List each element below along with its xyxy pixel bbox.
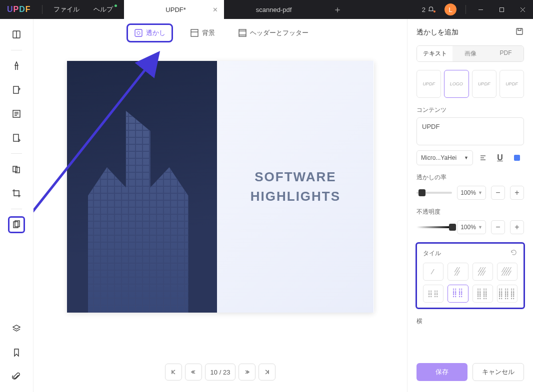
page-right-content: SOFTWARE HIGHLIGHTS [217,61,374,313]
tile-option-7[interactable]: ⣿⣿⣿⣿ [472,285,493,303]
minimize-button[interactable] [470,0,491,19]
tile-option-4[interactable]: ⁄⁄⁄⁄⁄⁄⁄⁄ [497,263,518,281]
ratio-increase-button[interactable]: + [510,186,524,200]
tile-option-3[interactable]: ⁄⁄⁄⁄⁄⁄ [472,263,493,281]
document-page[interactable]: SOFTWARE HIGHLIGHTS [67,61,374,313]
type-tab-image[interactable]: 画像 [452,46,488,61]
tab-label: UPDF* [166,6,186,13]
tile-option-1[interactable]: ⁄ [423,263,444,281]
underline-button[interactable]: U [493,151,507,165]
opacity-increase-button[interactable]: + [510,220,524,234]
ratio-slider[interactable] [416,192,452,194]
sidebar-organize[interactable] [8,161,25,178]
svg-rect-26 [516,28,522,34]
tile-option-2[interactable]: ⁄⁄⁄⁄ [448,263,468,281]
svg-rect-8 [14,86,18,93]
watermark-text-input[interactable] [416,117,524,145]
ratio-decrease-button[interactable]: − [491,186,505,200]
sidebar-page-tools[interactable] [8,216,25,233]
menu-file[interactable]: ファイル [46,5,86,14]
tab-active[interactable]: UPDF* ✕ [124,0,224,19]
tab-new[interactable]: ＋ [324,0,351,19]
slider-thumb[interactable] [449,224,456,231]
preset-row: UPDF LOGO UPDF UPDF [416,70,524,98]
chevron-down-icon: ▼ [478,190,482,195]
reset-icon[interactable] [510,249,518,258]
divider [11,209,22,209]
type-tab-text[interactable]: テキスト [417,46,452,61]
notification-count: 2 [422,6,426,13]
chevron-down-icon: ▼ [464,155,468,160]
content-group: コンテンツ Micro...YaHei▼ U [416,106,524,165]
sidebar-ocr[interactable] [8,129,25,146]
first-page-button[interactable] [165,364,182,381]
page-separator: / [220,369,222,376]
opacity-decrease-button[interactable]: − [491,220,505,234]
toolbar-headerfooter-button[interactable]: ヘッダーとフッター [232,25,314,41]
notification-dot-icon [434,10,436,12]
prev-page-button[interactable] [185,364,202,381]
svg-rect-20 [191,29,198,36]
opacity-value-select[interactable]: 100%▼ [457,220,486,234]
align-button[interactable] [476,151,490,165]
document-tabs: UPDF* ✕ scanned-pdf ＋ [124,0,351,19]
font-row: Micro...YaHei▼ U [416,150,524,165]
page-number-input[interactable]: 10 / 23 [205,364,236,381]
font-name: Micro...YaHei [421,154,456,161]
svg-rect-3 [500,7,504,11]
sidebar-form[interactable] [8,105,25,122]
page-tool-toolbar: 透かし 背景 ヘッダーとフッター [34,19,407,47]
headline-line2: HIGHLIGHTS [250,187,340,206]
page-headline: SOFTWARE HIGHLIGHTS [250,167,340,206]
page-left-image [67,61,218,313]
menu-help[interactable]: ヘルプ [86,5,120,14]
headline-line1: SOFTWARE [250,167,340,187]
preset-4[interactable]: UPDF [500,70,524,98]
next-page-button[interactable] [238,364,256,381]
panel-body: テキスト 画像 PDF UPDF LOGO UPDF UPDF コンテンツ Mi… [408,41,533,330]
tile-option-6[interactable]: ⠿⠿⠿⠿ [448,285,468,303]
sidebar-crop[interactable] [8,185,25,202]
last-page-button[interactable] [258,364,276,381]
save-template-icon[interactable] [515,27,524,37]
preset-2[interactable]: LOGO [444,70,468,98]
tile-option-5[interactable]: ⠶⠶⠶⠶ [423,285,444,303]
tile-section: タイル ⁄ ⁄⁄⁄⁄ ⁄⁄⁄⁄⁄⁄ ⁄⁄⁄⁄⁄⁄⁄⁄ ⠶⠶⠶⠶ ⠿⠿⠿⠿ ⣿⣿⣿… [416,242,525,309]
toolbar-watermark-button[interactable]: 透かし [126,23,173,42]
cancel-button[interactable]: キャンセル [472,363,524,381]
notification-bell[interactable]: 2 [417,6,440,13]
slider-thumb[interactable] [418,189,426,196]
font-select[interactable]: Micro...YaHei▼ [416,150,473,165]
svg-rect-30 [514,155,520,161]
ratio-group: 透かしの率 100%▼ − + [416,173,524,200]
svg-rect-22 [239,29,246,36]
sidebar-annotate[interactable] [8,57,25,74]
notification-dot-icon [114,4,117,7]
type-tab-pdf[interactable]: PDF [488,46,524,61]
maximize-button[interactable] [491,0,512,19]
tile-option-8[interactable]: ⣿⣿⣿⣿⣿⣿ [497,285,518,303]
sidebar-reader-mode[interactable] [8,26,25,43]
opacity-slider[interactable] [416,226,452,228]
toolbar-background-button[interactable]: 背景 [184,25,221,41]
page-canvas: SOFTWARE HIGHLIGHTS [34,47,407,352]
sidebar-attachment[interactable] [8,368,25,385]
preset-3[interactable]: UPDF [472,70,496,98]
tab-inactive[interactable]: scanned-pdf [224,0,324,19]
main-area: 透かし 背景 ヘッダーとフッター [0,19,533,392]
sidebar-edit[interactable] [8,81,25,98]
sidebar-layers[interactable] [8,320,25,337]
save-button[interactable]: 保存 [416,363,468,381]
sidebar-bookmark[interactable] [8,344,25,361]
window-controls: 2 L [417,0,533,19]
tab-label: scanned-pdf [256,6,292,13]
svg-point-19 [137,31,140,34]
ratio-value-select[interactable]: 100%▼ [457,186,486,200]
close-icon[interactable]: ✕ [212,6,218,13]
close-button[interactable] [512,0,533,19]
preset-1[interactable]: UPDF [416,70,441,98]
text-color-button[interactable] [510,151,524,165]
building-graphic [72,111,208,313]
panel-title: 透かしを追加 [416,28,458,37]
user-avatar[interactable]: L [444,3,456,15]
